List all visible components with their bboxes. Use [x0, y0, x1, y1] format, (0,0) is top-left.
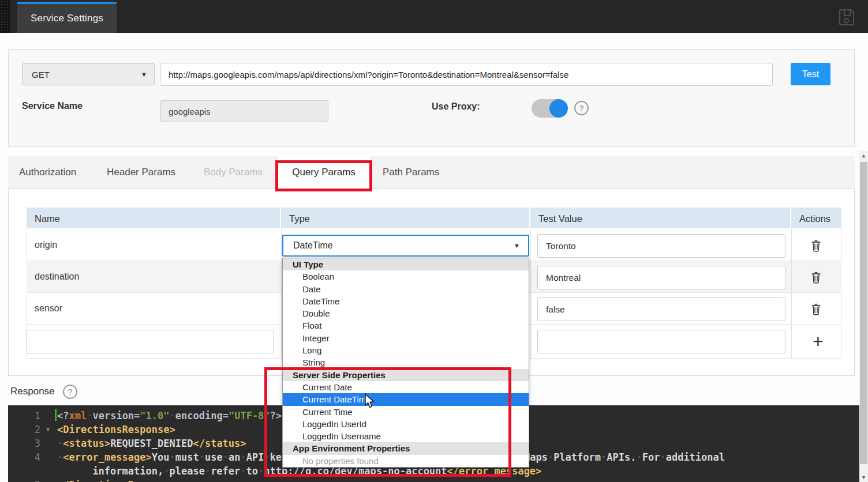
column-header-type: Type [281, 208, 530, 229]
fold-arrow-icon[interactable]: ▾ [46, 423, 50, 436]
dropdown-group-ui-type: UI Type [283, 258, 529, 270]
service-name-input[interactable] [160, 100, 328, 122]
scrollbar-down-icon[interactable]: ▼ [859, 473, 868, 482]
column-header-name: Name [27, 208, 281, 229]
test-value-input-destination[interactable] [537, 266, 785, 289]
page-scrollbar[interactable]: ▲ ▼ [859, 151, 868, 482]
scrollbar-up-icon[interactable]: ▲ [859, 151, 868, 160]
dropdown-item-current-date[interactable]: Current Date [283, 381, 529, 393]
tab-body-params: Body Params [204, 156, 263, 189]
service-settings-tab[interactable]: Service Settings [17, 2, 117, 33]
chevron-down-icon: ▼ [141, 71, 147, 78]
dropdown-item-float[interactable]: Float [283, 319, 529, 332]
save-icon[interactable] [837, 7, 856, 27]
dropdown-item-loggedin-userid[interactable]: LoggedIn UserId [283, 418, 529, 430]
new-param-name-input[interactable] [27, 330, 274, 353]
type-select-value: DateTime [293, 240, 333, 251]
service-name-label: Service Name [22, 101, 83, 111]
add-row-icon[interactable]: + [809, 330, 827, 352]
tab-query-params[interactable]: Query Params [278, 156, 369, 189]
dropdown-group-server-side-properties: Server Side Properties [283, 369, 529, 381]
tab-authorization[interactable]: Authorization [19, 156, 76, 189]
column-divider [530, 229, 531, 359]
column-header-test-value: Test Value [530, 208, 791, 229]
dropdown-item-long[interactable]: Long [283, 344, 529, 356]
dropdown-item-boolean[interactable]: Boolean [283, 270, 529, 283]
type-select-origin[interactable]: DateTime ▼ [282, 235, 529, 257]
delete-row-icon[interactable] [810, 303, 822, 315]
titlebar-left-strip [0, 0, 10, 33]
scrollbar-thumb[interactable] [860, 162, 867, 464]
response-label: Response [10, 386, 55, 397]
tab-path-params[interactable]: Path Params [383, 156, 439, 189]
delete-row-icon[interactable] [810, 239, 822, 252]
code-line: 5</DirectionsResponse> [8, 478, 868, 482]
http-method-select[interactable]: GET ▼ [22, 63, 155, 85]
dropdown-item-integer[interactable]: Integer [283, 332, 529, 344]
use-proxy-toggle[interactable] [532, 99, 567, 118]
dropdown-item-current-datetime[interactable]: Current DateTime [283, 393, 529, 405]
delete-row-icon[interactable] [810, 271, 822, 284]
service-settings-tab-label: Service Settings [31, 13, 103, 24]
test-value-input-origin[interactable] [537, 234, 785, 258]
dropdown-item-date[interactable]: Date [283, 283, 529, 295]
titlebar: Service Settings [0, 0, 868, 33]
param-name-sensor: sensor [35, 303, 62, 314]
service-settings-screen: Service Settings GET ▼ Test Service Name… [0, 0, 868, 482]
column-divider [281, 229, 282, 359]
response-help-icon[interactable]: ? [63, 385, 77, 399]
column-divider [791, 229, 792, 359]
dropdown-item-loggedin-username[interactable]: LoggedIn Username [283, 430, 529, 442]
dropdown-item-no-properties: No properties found [283, 455, 529, 467]
http-method-value: GET [32, 70, 50, 80]
dropdown-item-current-time[interactable]: Current Time [283, 406, 529, 418]
type-dropdown-menu: UI Type Boolean Date DateTime Double Flo… [282, 258, 529, 468]
toggle-knob [549, 99, 568, 118]
test-button[interactable]: Test [791, 63, 830, 85]
dropdown-item-double[interactable]: Double [283, 307, 529, 319]
column-header-actions: Actions [791, 208, 841, 229]
test-value-input-sensor[interactable] [537, 298, 785, 321]
use-proxy-label: Use Proxy: [432, 101, 480, 112]
dropdown-group-app-environment-properties: App Environment Properties [283, 442, 529, 454]
param-name-destination: destination [35, 272, 79, 282]
chevron-down-icon: ▼ [514, 242, 520, 249]
mouse-cursor-icon [364, 393, 376, 412]
dropdown-item-string[interactable]: String [283, 356, 529, 368]
proxy-help-icon[interactable]: ? [574, 101, 589, 115]
editor-caret [55, 409, 57, 421]
new-param-test-value-input[interactable] [537, 330, 785, 353]
request-url-input[interactable] [160, 63, 773, 86]
dropdown-item-datetime[interactable]: DateTime [283, 295, 529, 307]
tab-header-params[interactable]: Header Params [107, 156, 175, 189]
param-name-origin: origin [35, 240, 57, 250]
